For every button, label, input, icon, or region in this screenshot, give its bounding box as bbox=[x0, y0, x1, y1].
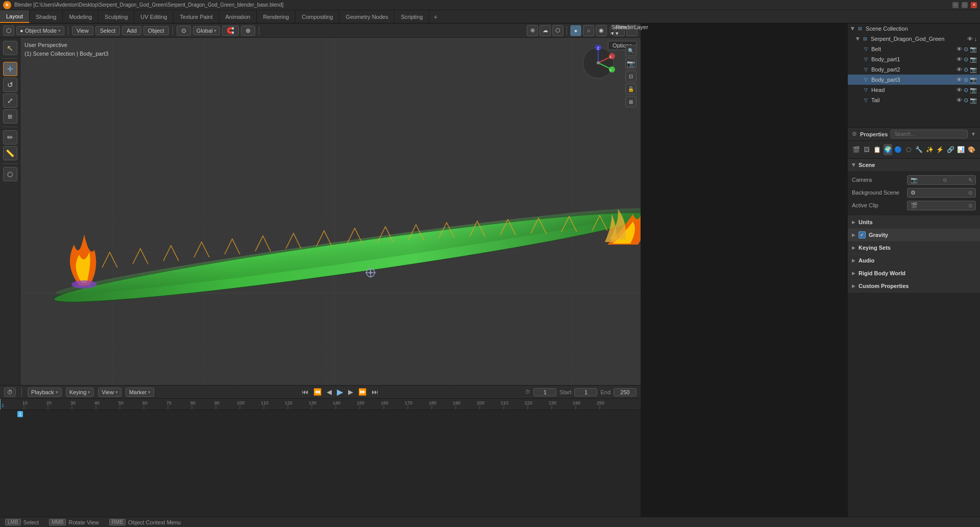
tab-compositing[interactable]: Compositing bbox=[296, 10, 339, 23]
tab-uv-editing[interactable]: UV Editing bbox=[134, 10, 174, 23]
head-render-icon[interactable]: 📷 bbox=[970, 87, 977, 93]
outliner-dragon-collection[interactable]: ▶ ⊟ Serpent_Dragon_God_Green 👁 ↓ bbox=[848, 34, 980, 44]
head-select-icon[interactable]: ⊙ bbox=[964, 87, 968, 93]
belt-visible-icon[interactable]: 👁 bbox=[957, 46, 962, 53]
background-scene-value[interactable]: ⚙ ⊙ bbox=[907, 188, 976, 198]
units-section-header[interactable]: ▶ Units bbox=[848, 216, 980, 228]
outliner-item-body-part3[interactable]: ▽ Body_part3 👁 ⊙ 📷 bbox=[848, 75, 980, 85]
overlay-gizmos-btn[interactable]: ⊕ bbox=[527, 25, 538, 36]
belt-render-icon[interactable]: 📷 bbox=[970, 46, 977, 53]
tl-editor-type-btn[interactable]: ⏱ bbox=[4, 388, 16, 397]
gravity-checkbox[interactable]: ✓ bbox=[859, 231, 866, 238]
zoom-in-icon[interactable]: 🔍 bbox=[625, 45, 636, 56]
shading-rendered-btn[interactable]: ◉ bbox=[596, 25, 607, 36]
props-tab-modifier[interactable]: 🔧 bbox=[915, 144, 924, 155]
scene-section-header[interactable]: ▶ Scene bbox=[848, 159, 980, 171]
outliner-item-head[interactable]: ▽ Head 👁 ⊙ 📷 bbox=[848, 85, 980, 95]
tab-animation[interactable]: Animation bbox=[219, 10, 257, 23]
end-frame-input[interactable] bbox=[614, 388, 636, 396]
add-menu-btn[interactable]: Add bbox=[122, 26, 141, 35]
next-frame-button[interactable]: ▶ bbox=[347, 387, 354, 397]
tab-sculpting[interactable]: Sculpting bbox=[99, 10, 134, 23]
overlay-overlays-btn[interactable]: ☁ bbox=[540, 25, 551, 36]
props-tab-object[interactable]: ⬡ bbox=[904, 144, 914, 155]
prev-frame-button[interactable]: ◀ bbox=[326, 387, 333, 397]
dragon-restrict-icon[interactable]: ↓ bbox=[974, 36, 977, 42]
props-tab-render[interactable]: 🎬 bbox=[852, 144, 861, 155]
add-workspace-button[interactable]: + bbox=[429, 10, 442, 23]
props-tab-data[interactable]: 📊 bbox=[957, 144, 966, 155]
body1-select-icon[interactable]: ⊙ bbox=[964, 56, 968, 63]
tab-scripting[interactable]: Scripting bbox=[395, 10, 429, 23]
scale-tool[interactable]: ⤢ bbox=[3, 93, 17, 108]
body3-select-icon[interactable]: ⊙ bbox=[964, 77, 968, 83]
render-region-icon[interactable]: ⊡ bbox=[625, 70, 636, 82]
outliner-item-body-part1[interactable]: ▽ Body_part1 👁 ⊙ 📷 bbox=[848, 54, 980, 64]
camera-value[interactable]: 📷 ⊙ ✎ bbox=[907, 175, 976, 185]
active-clip-value[interactable]: 🎬 ⊙ bbox=[907, 201, 976, 210]
props-tab-constraints[interactable]: 🔗 bbox=[946, 144, 955, 155]
object-mode-selector[interactable]: ● Object Mode bbox=[16, 26, 64, 35]
editor-type-btn[interactable]: ⬡ bbox=[3, 26, 14, 36]
custom-props-header[interactable]: ▶ Custom Properties bbox=[848, 280, 980, 292]
body3-visible-icon[interactable]: 👁 bbox=[957, 77, 962, 83]
tab-geometry-nodes[interactable]: Geometry Nodes bbox=[339, 10, 395, 23]
view-menu-btn[interactable]: View bbox=[72, 26, 93, 35]
props-search[interactable] bbox=[891, 130, 968, 138]
tab-layout[interactable]: Layout bbox=[0, 10, 30, 23]
rotate-tool[interactable]: ↺ bbox=[3, 78, 17, 92]
overlay-xray-btn[interactable]: ⬡ bbox=[552, 25, 564, 36]
tl-keying-menu[interactable]: Keying bbox=[66, 388, 94, 397]
tab-rendering[interactable]: Rendering bbox=[257, 10, 296, 23]
bg-scene-browse-icon[interactable]: ⊙ bbox=[968, 190, 972, 196]
outliner-item-belt[interactable]: ▽ Belt 👁 ⊙ 📷 bbox=[848, 44, 980, 54]
tab-texture-paint[interactable]: Texture Paint bbox=[174, 10, 219, 23]
props-filter-icon[interactable]: ▼ bbox=[971, 131, 976, 137]
pivot-point-btn[interactable]: ⊙ bbox=[177, 26, 191, 36]
cursor-tool[interactable]: ↖ bbox=[3, 41, 17, 55]
head-visible-icon[interactable]: 👁 bbox=[957, 87, 962, 93]
start-frame-input[interactable] bbox=[574, 388, 597, 396]
tail-select-icon[interactable]: ⊙ bbox=[964, 97, 968, 104]
jump-start-button[interactable]: ⏮ bbox=[301, 387, 309, 397]
props-tab-output[interactable]: 🖼 bbox=[863, 144, 872, 155]
tail-render-icon[interactable]: 📷 bbox=[970, 97, 977, 104]
prev-keyframe-button[interactable]: ⏪ bbox=[312, 387, 323, 397]
shading-solid-btn[interactable]: ● bbox=[570, 25, 581, 36]
object-menu-btn[interactable]: Object bbox=[143, 26, 169, 35]
transform-tool[interactable]: ⊞ bbox=[3, 109, 17, 124]
view-lock-icon[interactable]: 🔓 bbox=[625, 83, 636, 94]
body2-select-icon[interactable]: ⊙ bbox=[964, 66, 968, 73]
annotate-tool[interactable]: ✏ bbox=[3, 130, 17, 145]
dragon-visible-icon[interactable]: 👁 bbox=[967, 36, 973, 42]
tab-shading[interactable]: Shading bbox=[30, 10, 63, 23]
outliner-item-body-part2[interactable]: ▽ Body_part2 👁 ⊙ 📷 bbox=[848, 64, 980, 75]
outliner-item-tail[interactable]: ▽ Tail 👁 ⊙ 📷 bbox=[848, 95, 980, 105]
props-tab-scene[interactable]: 🌍 bbox=[884, 144, 893, 155]
gravity-section-header[interactable]: ▶ ✓ Gravity bbox=[848, 229, 980, 241]
camera-view-icon[interactable]: 📷 bbox=[625, 58, 636, 69]
measure-tool[interactable]: 📏 bbox=[3, 146, 17, 160]
tl-playback-menu[interactable]: Playback bbox=[28, 388, 62, 397]
tab-modeling[interactable]: Modeling bbox=[63, 10, 99, 23]
props-tab-view-layer[interactable]: 📋 bbox=[873, 144, 882, 155]
navigation-gizmo[interactable]: X Y Z bbox=[580, 45, 616, 81]
props-tab-particles[interactable]: ✨ bbox=[925, 144, 935, 155]
body2-render-icon[interactable]: 📷 bbox=[970, 66, 977, 73]
audio-header[interactable]: ▶ Audio bbox=[848, 254, 980, 267]
rigid-body-header[interactable]: ▶ Rigid Body World bbox=[848, 267, 980, 279]
move-tool[interactable]: ✛ bbox=[3, 62, 17, 76]
outliner-scene-collection[interactable]: ▶ ⊟ Scene Collection bbox=[848, 23, 980, 34]
props-tab-material[interactable]: 🎨 bbox=[967, 144, 976, 155]
minimize-button[interactable]: ─ bbox=[952, 2, 959, 8]
active-clip-browse-icon[interactable]: ⊙ bbox=[968, 203, 972, 208]
shading-material-btn[interactable]: ○ bbox=[583, 25, 594, 36]
jump-end-button[interactable]: ⏭ bbox=[371, 387, 379, 397]
camera-browse-icon[interactable]: ⊙ bbox=[943, 177, 947, 183]
body2-visible-icon[interactable]: 👁 bbox=[957, 66, 962, 73]
belt-select-icon[interactable]: ⊙ bbox=[964, 46, 968, 53]
proportional-editing-btn[interactable]: ⊕ bbox=[241, 26, 255, 36]
grid-floor-icon[interactable]: ⊞ bbox=[625, 96, 636, 107]
viewport-3d[interactable]: User Perspective (1) Scene Collection | … bbox=[20, 38, 641, 385]
tl-marker-menu[interactable]: Marker bbox=[126, 388, 154, 397]
